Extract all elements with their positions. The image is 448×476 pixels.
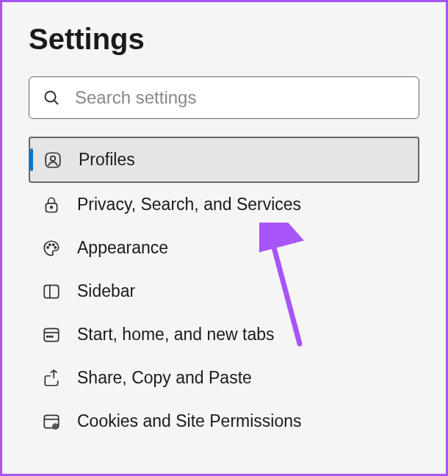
nav-label: Sidebar: [77, 281, 406, 301]
svg-point-0: [46, 92, 56, 102]
window-icon: [42, 325, 61, 345]
nav-label: Privacy, Search, and Services: [77, 195, 406, 214]
svg-point-15: [49, 336, 51, 337]
nav-label: Share, Copy and Paste: [77, 368, 406, 388]
nav-label: Cookies and Site Permissions: [77, 411, 406, 431]
nav-item-cookies[interactable]: Cookies and Site Permissions: [29, 400, 419, 443]
svg-point-9: [54, 246, 56, 248]
svg-rect-10: [44, 285, 59, 298]
svg-point-8: [53, 244, 54, 245]
nav-item-start[interactable]: Start, home, and new tabs: [29, 313, 419, 356]
svg-rect-12: [44, 328, 59, 341]
page-title: Settings: [29, 23, 419, 56]
nav-label: Start, home, and new tabs: [77, 325, 406, 345]
svg-point-6: [47, 246, 48, 248]
nav-label: Profiles: [79, 150, 405, 170]
nav-item-share[interactable]: Share, Copy and Paste: [29, 356, 419, 400]
svg-line-1: [54, 101, 59, 105]
browser-gear-icon: [42, 412, 61, 431]
search-box[interactable]: [29, 76, 419, 119]
palette-icon: [42, 239, 61, 258]
svg-rect-2: [46, 153, 60, 167]
svg-point-20: [53, 424, 58, 429]
lock-icon: [42, 195, 61, 214]
sidebar-icon: [42, 282, 61, 301]
nav-item-appearance[interactable]: Appearance: [29, 226, 419, 270]
nav-item-privacy[interactable]: Privacy, Search, and Services: [29, 183, 419, 226]
nav-item-profiles[interactable]: Profiles: [29, 137, 419, 183]
svg-point-7: [49, 244, 51, 245]
svg-point-3: [51, 156, 56, 161]
share-icon: [42, 369, 61, 388]
svg-point-16: [51, 336, 53, 337]
search-input[interactable]: [75, 87, 405, 108]
svg-point-14: [47, 336, 48, 337]
nav-item-sidebar[interactable]: Sidebar: [29, 270, 419, 313]
settings-nav: Profiles Privacy, Search, and Services: [29, 137, 419, 443]
search-icon: [43, 89, 60, 107]
profile-icon: [43, 151, 62, 170]
svg-point-5: [51, 206, 53, 208]
nav-label: Appearance: [77, 238, 406, 258]
